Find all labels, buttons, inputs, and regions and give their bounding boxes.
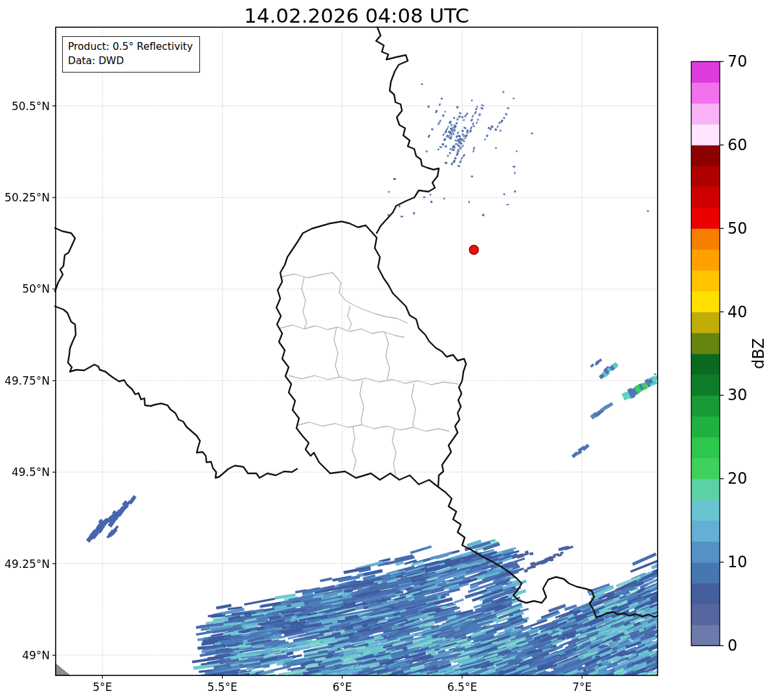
colorbar-band <box>691 458 720 479</box>
canton-border <box>334 327 339 377</box>
legend-product-line: Product: 0.5° Reflectivity <box>68 40 193 54</box>
canton-border <box>360 381 364 425</box>
canton-border <box>392 429 396 475</box>
colorbar-tick-label: 40 <box>728 303 748 321</box>
x-tick-label: 7°E <box>572 681 592 694</box>
colorbar-band <box>691 625 720 646</box>
y-tick-label: 49.25°N <box>5 558 50 570</box>
colorbar-band <box>691 333 720 354</box>
colorbar-band <box>691 479 720 500</box>
country-border-luxembourg <box>276 221 466 487</box>
colorbar-band <box>691 583 720 604</box>
colorbar-band <box>691 186 720 208</box>
legend-data-line: Data: DWD <box>68 54 193 68</box>
canton-border <box>348 306 351 330</box>
colorbar-tick-label: 0 <box>728 637 737 655</box>
colorbar-unit-label: dBZ <box>750 338 768 369</box>
country-border-fr-be <box>55 306 297 478</box>
y-tick-label: 49.75°N <box>5 374 50 387</box>
canton-border <box>302 277 307 328</box>
y-tick-label: 50.5°N <box>12 100 50 113</box>
colorbar-band <box>691 562 720 583</box>
colorbar-band <box>691 249 720 271</box>
colorbar-band <box>691 604 720 626</box>
canton-border <box>289 376 458 385</box>
colorbar-tick-label: 60 <box>728 136 748 154</box>
colorbar-band <box>691 312 720 333</box>
radar-map-figure: 5°E5.5°E6°E6.5°E7°E50.5°N50.25°N50°N49.7… <box>0 0 778 700</box>
map-title: 14.02.2026 04:08 UTC <box>56 4 658 27</box>
colorbar-band <box>691 166 720 187</box>
colorbar-band <box>691 541 720 563</box>
colorbar-band <box>691 374 720 396</box>
colorbar-band <box>691 62 720 83</box>
radar-site-marker <box>469 245 478 254</box>
y-tick-label: 50°N <box>22 282 50 295</box>
map-overlay-layer: 5°E5.5°E6°E6.5°E7°E50.5°N50.25°N50°N49.7… <box>0 0 778 700</box>
colorbar-band <box>691 395 720 416</box>
colorbar-band <box>691 208 720 229</box>
product-legend: Product: 0.5° Reflectivity Data: DWD <box>62 36 200 73</box>
canton-border <box>352 427 356 471</box>
colorbar-tick-label: 70 <box>728 52 748 71</box>
colorbar-band <box>691 270 720 291</box>
canton-border <box>296 422 449 431</box>
colorbar-band <box>691 124 720 146</box>
x-tick-label: 6.5°E <box>447 681 477 694</box>
x-tick-label: 5.5°E <box>207 681 237 694</box>
x-tick-label: 5°E <box>93 681 112 694</box>
colorbar-tick-label: 20 <box>728 469 748 488</box>
colorbar-tick-label: 10 <box>728 553 748 571</box>
colorbar-band <box>691 103 720 124</box>
country-border-be-de <box>376 27 439 233</box>
country-borders <box>55 27 658 617</box>
colorbar-band <box>691 500 720 521</box>
colorbar-band <box>691 521 720 542</box>
colorbar-tick-label: 30 <box>728 386 748 404</box>
canton-borders <box>280 273 458 475</box>
y-tick-label: 49°N <box>22 649 50 662</box>
canton-border <box>280 273 333 278</box>
axis-ticks: 5°E5.5°E6°E6.5°E7°E50.5°N50.25°N50°N49.7… <box>5 100 592 694</box>
country-border-fr-de <box>438 487 658 617</box>
canton-border <box>412 383 416 428</box>
colorbar-band <box>691 354 720 375</box>
colorbar-band <box>691 82 720 104</box>
y-tick-label: 50.25°N <box>5 191 50 204</box>
colorbar: 010203040506070dBZ <box>691 52 768 655</box>
colorbar-band <box>691 416 720 438</box>
corner-patch <box>56 664 70 675</box>
colorbar-band <box>691 291 720 312</box>
canton-border <box>384 332 390 381</box>
map-frame <box>56 27 658 675</box>
x-tick-label: 6°E <box>333 681 352 694</box>
colorbar-band <box>691 229 720 250</box>
colorbar-tick-label: 50 <box>728 220 748 238</box>
y-tick-label: 49.5°N <box>12 466 50 479</box>
colorbar-band <box>691 145 720 166</box>
country-border-fr-be-north <box>55 228 75 291</box>
colorbar-band <box>691 437 720 458</box>
